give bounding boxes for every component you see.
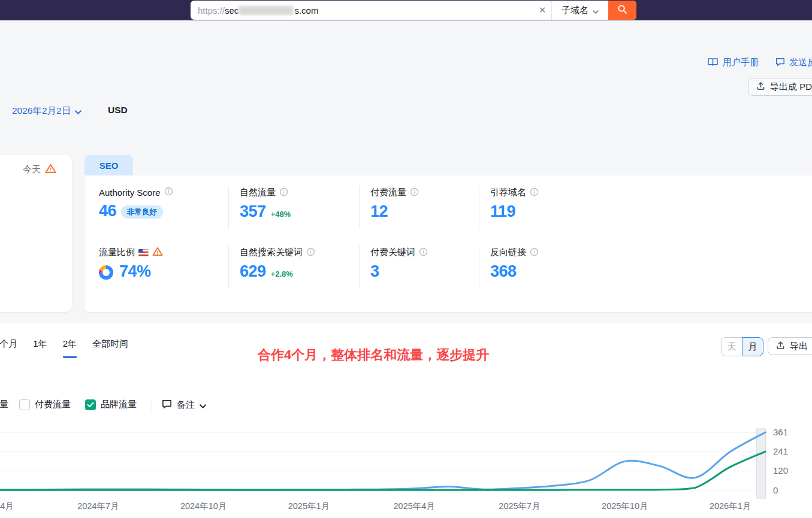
x-axis-tick-label: 2024年10月 bbox=[180, 501, 227, 511]
url-redacted-blur bbox=[239, 6, 294, 15]
legend-organic-traffic[interactable]: 自然流量 bbox=[0, 399, 8, 410]
domain-search-group: https://secs.com ✕ 子域名 bbox=[191, 1, 636, 20]
metric-label: Authority Score bbox=[99, 187, 161, 198]
url-scheme-text: https:// bbox=[198, 5, 225, 16]
legend-organic-label: 自然流量 bbox=[0, 399, 8, 410]
help-links: 用户手册 发送反馈 bbox=[707, 57, 812, 68]
tab-6-months[interactable]: 6个月 bbox=[0, 338, 17, 358]
legend-paid-label: 付费流量 bbox=[35, 399, 71, 410]
metric-change: +48% bbox=[271, 210, 291, 219]
divider bbox=[152, 399, 152, 411]
metric-label: 付费流量 bbox=[370, 187, 406, 198]
notes-label: 备注 bbox=[177, 399, 195, 411]
chart-legend: 自然流量 付费流量 品牌流量 备注 bbox=[0, 399, 812, 412]
tab-all-time[interactable]: 全部时间 bbox=[92, 338, 128, 358]
metric-value: 119 bbox=[490, 204, 515, 220]
export-chart-label: 导出 bbox=[790, 341, 808, 352]
current-month-highlight-band[interactable] bbox=[757, 429, 766, 498]
divider bbox=[479, 186, 479, 229]
metric-value: 74% bbox=[119, 263, 151, 280]
send-feedback-label: 发送反馈 bbox=[789, 57, 812, 68]
domain-search-input[interactable]: https://secs.com bbox=[191, 1, 533, 20]
user-manual-link[interactable]: 用户手册 bbox=[707, 57, 759, 68]
date-label: 2026年2月2日 bbox=[12, 105, 71, 117]
date-selector[interactable]: 2026年2月2日 bbox=[12, 105, 81, 117]
chevron-down-icon bbox=[593, 5, 599, 16]
legend-branded-traffic[interactable]: 品牌流量 bbox=[85, 399, 137, 410]
traffic-share-donut bbox=[99, 265, 113, 280]
notes-dropdown[interactable]: 备注 bbox=[162, 399, 206, 411]
url-text-end: s.com bbox=[294, 5, 318, 16]
metric-label: 自然搜索关键词 bbox=[240, 247, 303, 258]
y-axis-tick-label: 361 bbox=[773, 427, 788, 437]
legend-branded-label: 品牌流量 bbox=[101, 399, 137, 410]
magnifier-icon bbox=[617, 4, 627, 16]
tab-seo[interactable]: SEO bbox=[84, 155, 133, 175]
info-icon[interactable] bbox=[419, 247, 428, 258]
search-button[interactable] bbox=[608, 1, 636, 20]
x-axis-tick-label: 2025年1月 bbox=[288, 501, 330, 511]
export-chart-button[interactable]: 导出 bbox=[768, 337, 812, 355]
metric-label: 自然流量 bbox=[240, 187, 276, 198]
currency-label: USD bbox=[108, 105, 128, 116]
export-pdf-button[interactable]: 导出成 PDF bbox=[748, 78, 812, 96]
metric-value: 3 bbox=[370, 263, 379, 280]
checkbox-checked-icon[interactable] bbox=[85, 399, 96, 410]
today-label: 今天 bbox=[23, 164, 41, 175]
info-icon[interactable] bbox=[530, 247, 539, 258]
upload-icon bbox=[776, 341, 785, 352]
metric-label: 流量比例 bbox=[99, 247, 135, 258]
clear-search-icon[interactable]: ✕ bbox=[533, 1, 551, 20]
toggle-day[interactable]: 天 bbox=[721, 337, 742, 356]
url-text-start: sec bbox=[225, 5, 239, 16]
legend-paid-traffic[interactable]: 付费流量 bbox=[19, 399, 71, 410]
toggle-month[interactable]: 月 bbox=[742, 337, 763, 356]
time-range-tabs: 6个月 1年 2年 全部时间 bbox=[0, 338, 128, 358]
y-axis-tick-label: 0 bbox=[773, 485, 778, 495]
warning-triangle-icon[interactable] bbox=[45, 163, 56, 175]
warning-triangle-icon[interactable] bbox=[152, 247, 163, 258]
metric-value: 357 bbox=[240, 204, 266, 220]
x-axis-tick-label: 2025年7月 bbox=[499, 501, 540, 511]
divider bbox=[228, 246, 229, 289]
today-card[interactable]: 今天 bbox=[0, 155, 72, 312]
info-icon[interactable] bbox=[279, 187, 288, 198]
trend-chart-svg[interactable]: 01202413612024年4月2024年7月2024年10月2025年1月2… bbox=[0, 418, 812, 514]
metric-value: 368 bbox=[490, 263, 517, 280]
top-search-bar: https://secs.com ✕ 子域名 bbox=[0, 0, 812, 20]
metric-organic-keywords: 自然搜索关键词 629 +2.8% bbox=[240, 247, 315, 280]
user-manual-label: 用户手册 bbox=[723, 57, 759, 68]
metric-paid-keywords: 付费关键词 3 bbox=[370, 247, 428, 280]
x-axis-tick-label: 2025年4月 bbox=[394, 501, 435, 511]
x-axis-tick-label: 2026年1月 bbox=[710, 501, 751, 511]
divider bbox=[359, 186, 360, 229]
export-pdf-label: 导出成 PDF bbox=[770, 81, 812, 93]
info-icon[interactable] bbox=[164, 187, 173, 198]
traffic-trend-chart[interactable]: 01202413612024年4月2024年7月2024年10月2025年1月2… bbox=[0, 418, 812, 514]
feedback-bubble-icon bbox=[775, 57, 785, 68]
tab-1-year[interactable]: 1年 bbox=[33, 338, 47, 358]
y-axis-tick-label: 120 bbox=[773, 465, 788, 475]
scope-dropdown[interactable]: 子域名 bbox=[552, 1, 608, 20]
divider bbox=[359, 246, 360, 289]
series-line-organic[interactable] bbox=[0, 432, 765, 490]
divider bbox=[228, 186, 229, 229]
info-icon[interactable] bbox=[306, 247, 315, 258]
red-annotation-text: 合作4个月，整体排名和流量，逐步提升 bbox=[258, 346, 489, 364]
tab-2-years[interactable]: 2年 bbox=[63, 338, 77, 358]
metric-backlinks: 反向链接 368 bbox=[490, 247, 539, 280]
x-axis-tick-label: 2024年7月 bbox=[77, 501, 119, 511]
metric-authority-score: Authority Score 46 非常良好 bbox=[99, 187, 173, 219]
metric-label: 反向链接 bbox=[490, 247, 526, 258]
seo-metrics-card: Authority Score 46 非常良好 自然流量 357 +48% 付费… bbox=[84, 175, 812, 312]
chevron-down-icon bbox=[200, 400, 206, 410]
info-icon[interactable] bbox=[410, 187, 419, 198]
divider bbox=[479, 246, 479, 289]
granularity-toggle: 天 月 bbox=[721, 337, 763, 356]
metric-value: 629 bbox=[240, 263, 266, 280]
semrush-domain-overview-page: https://secs.com ✕ 子域名 bbox=[0, 0, 812, 518]
checkbox-unchecked-icon[interactable] bbox=[19, 399, 30, 410]
send-feedback-link[interactable]: 发送反馈 bbox=[775, 57, 812, 68]
book-icon bbox=[707, 57, 719, 68]
info-icon[interactable] bbox=[530, 187, 539, 198]
